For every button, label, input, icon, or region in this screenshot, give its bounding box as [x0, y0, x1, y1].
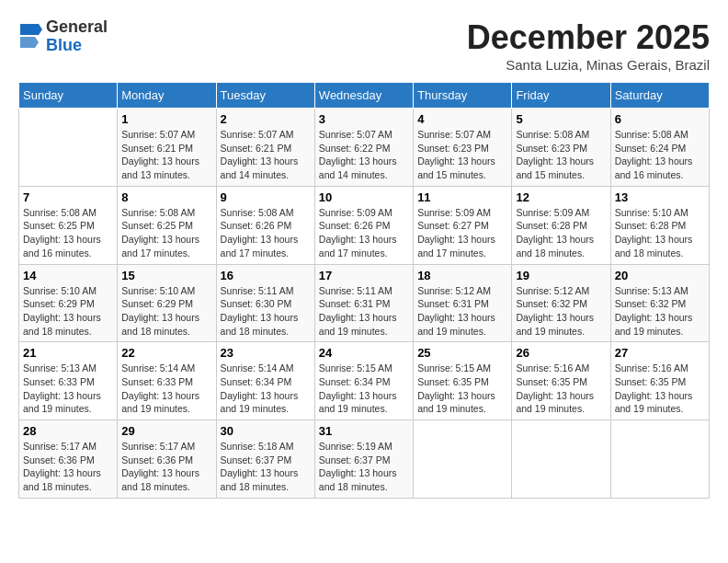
day-info: Sunrise: 5:10 AMSunset: 6:29 PMDaylight:… [121, 285, 199, 337]
week-row: 21 Sunrise: 5:13 AMSunset: 6:33 PMDaylig… [19, 342, 710, 420]
svg-marker-0 [20, 24, 42, 35]
day-number: 7 [23, 190, 113, 204]
day-cell: 15 Sunrise: 5:10 AMSunset: 6:29 PMDaylig… [118, 264, 216, 342]
day-info: Sunrise: 5:11 AMSunset: 6:30 PMDaylight:… [221, 285, 299, 337]
day-cell: 27 Sunrise: 5:16 AMSunset: 6:35 PMDaylig… [610, 342, 709, 420]
day-cell: 23 Sunrise: 5:14 AMSunset: 6:34 PMDaylig… [216, 342, 314, 420]
day-info: Sunrise: 5:08 AMSunset: 6:25 PMDaylight:… [23, 207, 101, 259]
day-number: 4 [417, 112, 507, 126]
day-cell: 13 Sunrise: 5:10 AMSunset: 6:28 PMDaylig… [610, 186, 709, 264]
day-cell: 22 Sunrise: 5:14 AMSunset: 6:33 PMDaylig… [118, 342, 216, 420]
day-number: 8 [121, 190, 211, 204]
logo-blue: Blue [46, 37, 108, 55]
day-info: Sunrise: 5:18 AMSunset: 6:37 PMDaylight:… [221, 441, 299, 492]
day-info: Sunrise: 5:12 AMSunset: 6:32 PMDaylight:… [516, 285, 594, 337]
day-number: 5 [516, 112, 606, 126]
day-cell: 8 Sunrise: 5:08 AMSunset: 6:25 PMDayligh… [118, 186, 216, 264]
day-number: 18 [417, 269, 507, 282]
day-cell: 18 Sunrise: 5:12 AMSunset: 6:31 PMDaylig… [414, 264, 512, 342]
day-info: Sunrise: 5:17 AMSunset: 6:36 PMDaylight:… [23, 441, 101, 492]
day-number: 6 [615, 112, 705, 126]
day-info: Sunrise: 5:08 AMSunset: 6:23 PMDaylight:… [516, 129, 594, 180]
column-header-tuesday: Tuesday [216, 83, 314, 109]
day-number: 30 [221, 424, 311, 438]
column-header-monday: Monday [118, 83, 216, 109]
day-cell [610, 420, 709, 499]
day-cell: 11 Sunrise: 5:09 AMSunset: 6:27 PMDaylig… [414, 186, 512, 264]
day-cell: 26 Sunrise: 5:16 AMSunset: 6:35 PMDaylig… [512, 342, 610, 420]
day-info: Sunrise: 5:15 AMSunset: 6:34 PMDaylight:… [319, 362, 397, 414]
day-number: 21 [23, 346, 113, 360]
day-info: Sunrise: 5:13 AMSunset: 6:32 PMDaylight:… [615, 285, 693, 337]
day-cell: 1 Sunrise: 5:07 AMSunset: 6:21 PMDayligh… [118, 109, 216, 187]
day-cell: 6 Sunrise: 5:08 AMSunset: 6:24 PMDayligh… [610, 109, 709, 187]
day-cell: 2 Sunrise: 5:07 AMSunset: 6:21 PMDayligh… [216, 109, 314, 187]
day-cell: 31 Sunrise: 5:19 AMSunset: 6:37 PMDaylig… [314, 420, 413, 499]
logo-general: General [46, 18, 108, 37]
day-info: Sunrise: 5:16 AMSunset: 6:35 PMDaylight:… [516, 362, 594, 414]
day-info: Sunrise: 5:10 AMSunset: 6:29 PMDaylight:… [23, 285, 101, 337]
day-cell: 19 Sunrise: 5:12 AMSunset: 6:32 PMDaylig… [512, 264, 610, 342]
day-info: Sunrise: 5:08 AMSunset: 6:25 PMDaylight:… [121, 207, 199, 259]
day-cell: 4 Sunrise: 5:07 AMSunset: 6:23 PMDayligh… [414, 109, 512, 187]
day-cell: 12 Sunrise: 5:09 AMSunset: 6:28 PMDaylig… [512, 186, 610, 264]
week-row: 1 Sunrise: 5:07 AMSunset: 6:21 PMDayligh… [19, 109, 710, 187]
day-number: 12 [516, 190, 606, 204]
day-cell: 9 Sunrise: 5:08 AMSunset: 6:26 PMDayligh… [216, 186, 314, 264]
day-cell: 29 Sunrise: 5:17 AMSunset: 6:36 PMDaylig… [118, 420, 216, 499]
day-cell: 7 Sunrise: 5:08 AMSunset: 6:25 PMDayligh… [19, 186, 118, 264]
day-number: 13 [615, 190, 705, 204]
day-cell [19, 109, 118, 187]
day-number: 27 [615, 346, 705, 360]
column-header-thursday: Thursday [414, 83, 512, 109]
column-header-sunday: Sunday [19, 83, 118, 109]
logo-icon [20, 24, 42, 50]
day-number: 10 [319, 190, 409, 204]
day-cell: 14 Sunrise: 5:10 AMSunset: 6:29 PMDaylig… [19, 264, 118, 342]
day-info: Sunrise: 5:07 AMSunset: 6:21 PMDaylight:… [121, 129, 199, 180]
day-info: Sunrise: 5:08 AMSunset: 6:26 PMDaylight:… [221, 207, 299, 259]
day-cell: 21 Sunrise: 5:13 AMSunset: 6:33 PMDaylig… [19, 342, 118, 420]
day-number: 15 [121, 269, 211, 282]
day-number: 25 [417, 346, 507, 360]
day-number: 24 [319, 346, 409, 360]
svg-marker-1 [20, 37, 39, 48]
location-title: Santa Luzia, Minas Gerais, Brazil [467, 57, 710, 73]
day-number: 22 [121, 346, 211, 360]
day-number: 19 [516, 269, 606, 282]
day-number: 20 [615, 269, 705, 282]
column-header-wednesday: Wednesday [314, 83, 413, 109]
day-info: Sunrise: 5:14 AMSunset: 6:34 PMDaylight:… [221, 362, 299, 414]
day-number: 23 [221, 346, 311, 360]
day-number: 9 [221, 190, 311, 204]
day-number: 17 [319, 269, 409, 282]
logo-text: General Blue [46, 18, 108, 55]
day-info: Sunrise: 5:09 AMSunset: 6:26 PMDaylight:… [319, 207, 397, 259]
day-number: 3 [319, 112, 409, 126]
day-info: Sunrise: 5:08 AMSunset: 6:24 PMDaylight:… [615, 129, 693, 180]
day-info: Sunrise: 5:07 AMSunset: 6:23 PMDaylight:… [417, 129, 495, 180]
week-row: 28 Sunrise: 5:17 AMSunset: 6:36 PMDaylig… [19, 420, 710, 499]
day-number: 28 [23, 424, 113, 438]
calendar-table: SundayMondayTuesdayWednesdayThursdayFrid… [18, 82, 710, 499]
week-row: 7 Sunrise: 5:08 AMSunset: 6:25 PMDayligh… [19, 186, 710, 264]
logo: General Blue [18, 18, 108, 55]
day-info: Sunrise: 5:09 AMSunset: 6:28 PMDaylight:… [516, 207, 594, 259]
day-cell: 10 Sunrise: 5:09 AMSunset: 6:26 PMDaylig… [314, 186, 413, 264]
day-number: 1 [121, 112, 211, 126]
day-info: Sunrise: 5:10 AMSunset: 6:28 PMDaylight:… [615, 207, 693, 259]
day-info: Sunrise: 5:19 AMSunset: 6:37 PMDaylight:… [319, 441, 397, 492]
day-info: Sunrise: 5:07 AMSunset: 6:22 PMDaylight:… [319, 129, 397, 180]
day-cell [512, 420, 610, 499]
day-number: 31 [319, 424, 409, 438]
day-cell: 28 Sunrise: 5:17 AMSunset: 6:36 PMDaylig… [19, 420, 118, 499]
day-cell: 24 Sunrise: 5:15 AMSunset: 6:34 PMDaylig… [314, 342, 413, 420]
column-header-friday: Friday [512, 83, 610, 109]
day-number: 26 [516, 346, 606, 360]
day-info: Sunrise: 5:07 AMSunset: 6:21 PMDaylight:… [221, 129, 299, 180]
day-info: Sunrise: 5:11 AMSunset: 6:31 PMDaylight:… [319, 285, 397, 337]
day-info: Sunrise: 5:13 AMSunset: 6:33 PMDaylight:… [23, 362, 101, 414]
day-info: Sunrise: 5:17 AMSunset: 6:36 PMDaylight:… [121, 441, 199, 492]
day-cell: 5 Sunrise: 5:08 AMSunset: 6:23 PMDayligh… [512, 109, 610, 187]
day-info: Sunrise: 5:16 AMSunset: 6:35 PMDaylight:… [615, 362, 693, 414]
